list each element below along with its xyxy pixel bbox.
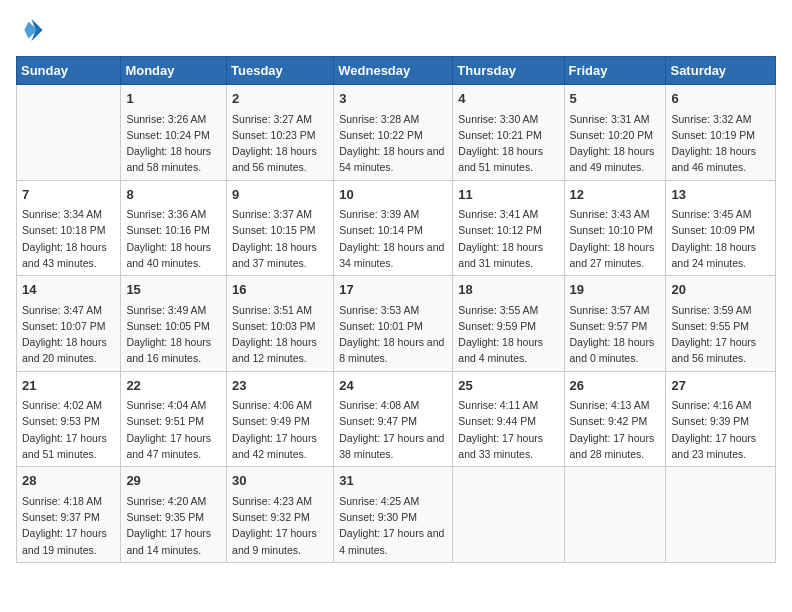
day-number: 6 — [671, 89, 770, 109]
cell-content: Sunrise: 4:04 AMSunset: 9:51 PMDaylight:… — [126, 397, 221, 462]
col-header-wednesday: Wednesday — [334, 57, 453, 85]
calendar-cell: 27Sunrise: 4:16 AMSunset: 9:39 PMDayligh… — [666, 371, 776, 467]
cell-content: Sunrise: 3:59 AMSunset: 9:55 PMDaylight:… — [671, 302, 770, 367]
day-number: 11 — [458, 185, 558, 205]
day-number: 17 — [339, 280, 447, 300]
day-number: 25 — [458, 376, 558, 396]
cell-content: Sunrise: 4:11 AMSunset: 9:44 PMDaylight:… — [458, 397, 558, 462]
calendar-cell: 18Sunrise: 3:55 AMSunset: 9:59 PMDayligh… — [453, 276, 564, 372]
day-number: 13 — [671, 185, 770, 205]
week-row-5: 28Sunrise: 4:18 AMSunset: 9:37 PMDayligh… — [17, 467, 776, 563]
week-row-3: 14Sunrise: 3:47 AMSunset: 10:07 PMDaylig… — [17, 276, 776, 372]
calendar-cell: 1Sunrise: 3:26 AMSunset: 10:24 PMDayligh… — [121, 85, 227, 181]
day-number: 27 — [671, 376, 770, 396]
day-number: 4 — [458, 89, 558, 109]
cell-content: Sunrise: 3:57 AMSunset: 9:57 PMDaylight:… — [570, 302, 661, 367]
cell-content: Sunrise: 3:53 AMSunset: 10:01 PMDaylight… — [339, 302, 447, 367]
calendar-cell: 15Sunrise: 3:49 AMSunset: 10:05 PMDaylig… — [121, 276, 227, 372]
cell-content: Sunrise: 3:39 AMSunset: 10:14 PMDaylight… — [339, 206, 447, 271]
cell-content: Sunrise: 3:41 AMSunset: 10:12 PMDaylight… — [458, 206, 558, 271]
calendar-cell: 11Sunrise: 3:41 AMSunset: 10:12 PMDaylig… — [453, 180, 564, 276]
calendar-table: SundayMondayTuesdayWednesdayThursdayFrid… — [16, 56, 776, 563]
calendar-cell: 29Sunrise: 4:20 AMSunset: 9:35 PMDayligh… — [121, 467, 227, 563]
calendar-cell: 3Sunrise: 3:28 AMSunset: 10:22 PMDayligh… — [334, 85, 453, 181]
day-number: 21 — [22, 376, 115, 396]
cell-content: Sunrise: 4:20 AMSunset: 9:35 PMDaylight:… — [126, 493, 221, 558]
col-header-tuesday: Tuesday — [227, 57, 334, 85]
calendar-cell: 2Sunrise: 3:27 AMSunset: 10:23 PMDayligh… — [227, 85, 334, 181]
calendar-cell: 23Sunrise: 4:06 AMSunset: 9:49 PMDayligh… — [227, 371, 334, 467]
cell-content: Sunrise: 3:36 AMSunset: 10:16 PMDaylight… — [126, 206, 221, 271]
cell-content: Sunrise: 3:28 AMSunset: 10:22 PMDaylight… — [339, 111, 447, 176]
calendar-cell: 4Sunrise: 3:30 AMSunset: 10:21 PMDayligh… — [453, 85, 564, 181]
calendar-cell: 17Sunrise: 3:53 AMSunset: 10:01 PMDaylig… — [334, 276, 453, 372]
calendar-cell: 8Sunrise: 3:36 AMSunset: 10:16 PMDayligh… — [121, 180, 227, 276]
day-number: 16 — [232, 280, 328, 300]
day-number: 29 — [126, 471, 221, 491]
cell-content: Sunrise: 4:13 AMSunset: 9:42 PMDaylight:… — [570, 397, 661, 462]
day-number: 22 — [126, 376, 221, 396]
calendar-cell: 25Sunrise: 4:11 AMSunset: 9:44 PMDayligh… — [453, 371, 564, 467]
page-header — [16, 16, 776, 44]
calendar-cell: 24Sunrise: 4:08 AMSunset: 9:47 PMDayligh… — [334, 371, 453, 467]
col-header-sunday: Sunday — [17, 57, 121, 85]
cell-content: Sunrise: 3:34 AMSunset: 10:18 PMDaylight… — [22, 206, 115, 271]
calendar-cell: 5Sunrise: 3:31 AMSunset: 10:20 PMDayligh… — [564, 85, 666, 181]
logo-icon — [16, 16, 44, 44]
week-row-1: 1Sunrise: 3:26 AMSunset: 10:24 PMDayligh… — [17, 85, 776, 181]
day-number: 30 — [232, 471, 328, 491]
calendar-cell — [17, 85, 121, 181]
cell-content: Sunrise: 3:51 AMSunset: 10:03 PMDaylight… — [232, 302, 328, 367]
cell-content: Sunrise: 3:45 AMSunset: 10:09 PMDaylight… — [671, 206, 770, 271]
calendar-cell: 10Sunrise: 3:39 AMSunset: 10:14 PMDaylig… — [334, 180, 453, 276]
calendar-cell: 20Sunrise: 3:59 AMSunset: 9:55 PMDayligh… — [666, 276, 776, 372]
calendar-cell: 12Sunrise: 3:43 AMSunset: 10:10 PMDaylig… — [564, 180, 666, 276]
day-number: 19 — [570, 280, 661, 300]
cell-content: Sunrise: 4:16 AMSunset: 9:39 PMDaylight:… — [671, 397, 770, 462]
calendar-cell: 31Sunrise: 4:25 AMSunset: 9:30 PMDayligh… — [334, 467, 453, 563]
day-number: 20 — [671, 280, 770, 300]
calendar-cell: 28Sunrise: 4:18 AMSunset: 9:37 PMDayligh… — [17, 467, 121, 563]
cell-content: Sunrise: 3:37 AMSunset: 10:15 PMDaylight… — [232, 206, 328, 271]
calendar-cell: 14Sunrise: 3:47 AMSunset: 10:07 PMDaylig… — [17, 276, 121, 372]
day-number: 28 — [22, 471, 115, 491]
calendar-cell: 19Sunrise: 3:57 AMSunset: 9:57 PMDayligh… — [564, 276, 666, 372]
day-number: 15 — [126, 280, 221, 300]
calendar-cell: 6Sunrise: 3:32 AMSunset: 10:19 PMDayligh… — [666, 85, 776, 181]
col-header-thursday: Thursday — [453, 57, 564, 85]
col-header-friday: Friday — [564, 57, 666, 85]
calendar-cell: 21Sunrise: 4:02 AMSunset: 9:53 PMDayligh… — [17, 371, 121, 467]
day-number: 7 — [22, 185, 115, 205]
calendar-cell: 13Sunrise: 3:45 AMSunset: 10:09 PMDaylig… — [666, 180, 776, 276]
calendar-cell: 30Sunrise: 4:23 AMSunset: 9:32 PMDayligh… — [227, 467, 334, 563]
day-number: 2 — [232, 89, 328, 109]
day-number: 18 — [458, 280, 558, 300]
calendar-cell: 26Sunrise: 4:13 AMSunset: 9:42 PMDayligh… — [564, 371, 666, 467]
day-number: 9 — [232, 185, 328, 205]
cell-content: Sunrise: 4:08 AMSunset: 9:47 PMDaylight:… — [339, 397, 447, 462]
day-number: 12 — [570, 185, 661, 205]
cell-content: Sunrise: 4:18 AMSunset: 9:37 PMDaylight:… — [22, 493, 115, 558]
day-number: 3 — [339, 89, 447, 109]
calendar-cell: 7Sunrise: 3:34 AMSunset: 10:18 PMDayligh… — [17, 180, 121, 276]
day-number: 10 — [339, 185, 447, 205]
calendar-cell: 16Sunrise: 3:51 AMSunset: 10:03 PMDaylig… — [227, 276, 334, 372]
cell-content: Sunrise: 3:47 AMSunset: 10:07 PMDaylight… — [22, 302, 115, 367]
day-number: 23 — [232, 376, 328, 396]
cell-content: Sunrise: 3:43 AMSunset: 10:10 PMDaylight… — [570, 206, 661, 271]
day-number: 5 — [570, 89, 661, 109]
cell-content: Sunrise: 3:30 AMSunset: 10:21 PMDaylight… — [458, 111, 558, 176]
calendar-cell: 22Sunrise: 4:04 AMSunset: 9:51 PMDayligh… — [121, 371, 227, 467]
cell-content: Sunrise: 4:02 AMSunset: 9:53 PMDaylight:… — [22, 397, 115, 462]
cell-content: Sunrise: 4:23 AMSunset: 9:32 PMDaylight:… — [232, 493, 328, 558]
header-row: SundayMondayTuesdayWednesdayThursdayFrid… — [17, 57, 776, 85]
cell-content: Sunrise: 3:55 AMSunset: 9:59 PMDaylight:… — [458, 302, 558, 367]
cell-content: Sunrise: 3:49 AMSunset: 10:05 PMDaylight… — [126, 302, 221, 367]
cell-content: Sunrise: 4:25 AMSunset: 9:30 PMDaylight:… — [339, 493, 447, 558]
day-number: 1 — [126, 89, 221, 109]
week-row-4: 21Sunrise: 4:02 AMSunset: 9:53 PMDayligh… — [17, 371, 776, 467]
cell-content: Sunrise: 3:27 AMSunset: 10:23 PMDaylight… — [232, 111, 328, 176]
cell-content: Sunrise: 3:31 AMSunset: 10:20 PMDaylight… — [570, 111, 661, 176]
cell-content: Sunrise: 3:32 AMSunset: 10:19 PMDaylight… — [671, 111, 770, 176]
calendar-cell: 9Sunrise: 3:37 AMSunset: 10:15 PMDayligh… — [227, 180, 334, 276]
